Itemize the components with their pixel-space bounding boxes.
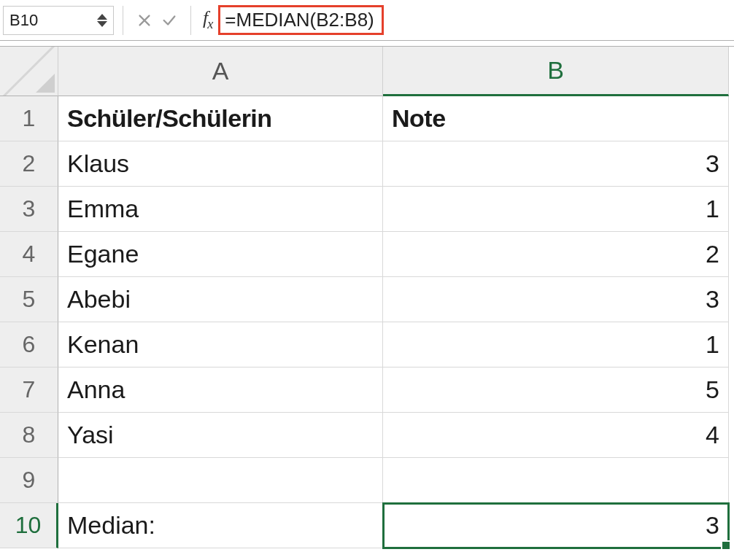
name-box[interactable]: B10	[3, 6, 114, 35]
confirm-button[interactable]	[157, 6, 182, 35]
cell-A9[interactable]	[58, 458, 383, 503]
cell-B5[interactable]: 3	[383, 277, 729, 322]
row-header-2[interactable]: 2	[0, 141, 58, 187]
spreadsheet-grid[interactable]: A B 1 Schüler/Schülerin Note 2 Klaus 3 3…	[0, 47, 734, 548]
chevron-down-icon[interactable]	[97, 21, 107, 27]
cell-B6[interactable]: 1	[383, 322, 729, 368]
cell-B4[interactable]: 2	[383, 232, 729, 277]
close-icon	[136, 12, 152, 28]
chevron-up-icon[interactable]	[97, 14, 107, 20]
cell-B3[interactable]: 1	[383, 187, 729, 232]
row-header-3[interactable]: 3	[0, 187, 58, 232]
divider	[123, 6, 123, 35]
fx-label[interactable]: fx	[203, 7, 212, 32]
row-header-1[interactable]: 1	[0, 96, 58, 141]
row-header-6[interactable]: 6	[0, 322, 58, 368]
name-box-stepper[interactable]	[97, 14, 107, 27]
row-header-9[interactable]: 9	[0, 458, 58, 503]
row-header-7[interactable]: 7	[0, 368, 58, 413]
cell-A2[interactable]: Klaus	[58, 141, 383, 187]
formula-input[interactable]: =MEDIAN(B2:B8)	[218, 5, 383, 35]
name-box-value: B10	[9, 11, 38, 30]
cell-B2[interactable]: 3	[383, 141, 729, 187]
cell-B7[interactable]: 5	[383, 368, 729, 413]
cell-B8[interactable]: 4	[383, 413, 729, 458]
formula-bar: B10 fx =MEDIAN(B2:B8)	[0, 0, 734, 41]
sheet-top-edge	[0, 41, 734, 47]
cell-A6[interactable]: Kenan	[58, 322, 383, 368]
col-header-B[interactable]: B	[383, 47, 729, 96]
cell-A7[interactable]: Anna	[58, 368, 383, 413]
col-header-A[interactable]: A	[58, 47, 383, 96]
cell-A3[interactable]: Emma	[58, 187, 383, 232]
cell-B1[interactable]: Note	[383, 96, 729, 141]
row-header-10[interactable]: 10	[0, 503, 58, 548]
cell-A4[interactable]: Egane	[58, 232, 383, 277]
row-header-5[interactable]: 5	[0, 277, 58, 322]
cell-A5[interactable]: Abebi	[58, 277, 383, 322]
cell-A10[interactable]: Median:	[58, 503, 383, 548]
select-all-corner[interactable]	[0, 47, 58, 96]
row-header-4[interactable]: 4	[0, 232, 58, 277]
cell-B9[interactable]	[383, 458, 729, 503]
row-header-8[interactable]: 8	[0, 413, 58, 458]
formula-input-wrap[interactable]: =MEDIAN(B2:B8)	[218, 6, 383, 35]
cell-A1[interactable]: Schüler/Schülerin	[58, 96, 383, 141]
divider	[190, 6, 191, 35]
cancel-button[interactable]	[132, 6, 157, 35]
cell-A8[interactable]: Yasi	[58, 413, 383, 458]
check-icon	[161, 12, 177, 28]
cell-B10[interactable]: 3	[383, 503, 729, 548]
